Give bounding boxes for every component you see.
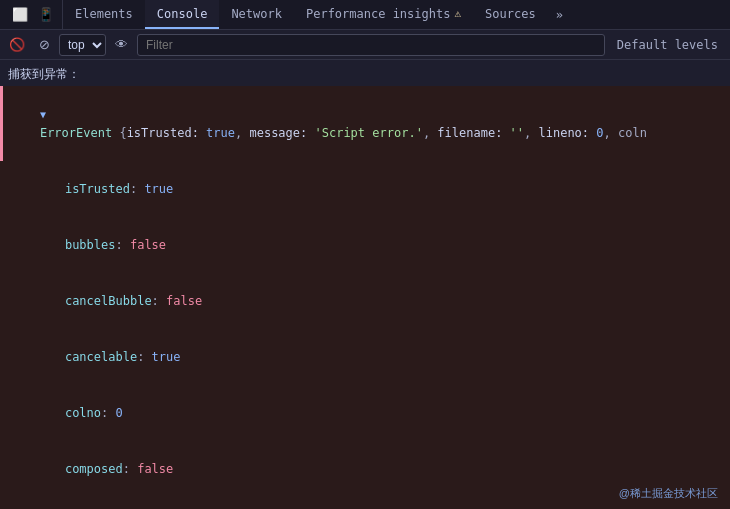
tab-sources[interactable]: Sources — [473, 0, 548, 29]
prop-isTrusted: isTrusted: true — [0, 161, 730, 217]
tab-console[interactable]: Console — [145, 0, 220, 29]
tab-icons: ⬜ 📱 — [4, 0, 63, 29]
more-tabs-button[interactable]: » — [548, 0, 571, 29]
device-icon[interactable]: 📱 — [36, 5, 56, 24]
stop-button[interactable]: ⊘ — [34, 34, 55, 55]
eye-button[interactable]: 👁 — [110, 34, 133, 55]
prop-cancelable: cancelable: true — [0, 329, 730, 385]
prop-bubbles: bubbles: false — [0, 217, 730, 273]
tab-elements[interactable]: Elements — [63, 0, 145, 29]
prop-colno: colno: 0 — [0, 385, 730, 441]
error-event-header[interactable]: ▼ ErrorEvent {isTrusted: true, message: … — [0, 86, 730, 161]
prop-cancelBubble: cancelBubble: false — [0, 273, 730, 329]
caught-exception-label: 捕获到异常： — [0, 62, 730, 86]
default-levels-label: Default levels — [609, 38, 726, 52]
inspect-icon[interactable]: ⬜ — [10, 5, 30, 24]
context-select[interactable]: top — [59, 34, 106, 56]
toolbar: 🚫 ⊘ top 👁 Default levels — [0, 30, 730, 60]
tab-network[interactable]: Network — [219, 0, 294, 29]
watermark: @稀土掘金技术社区 — [619, 486, 718, 501]
performance-warning-icon: ⚠ — [454, 7, 461, 20]
tab-bar: ⬜ 📱 Elements Console Network Performance… — [0, 0, 730, 30]
error-event-toggle[interactable]: ▼ — [40, 109, 46, 120]
filter-input[interactable] — [137, 34, 605, 56]
console-content: 捕获到异常： ▼ ErrorEvent {isTrusted: true, me… — [0, 60, 730, 509]
tab-performance[interactable]: Performance insights ⚠ — [294, 0, 473, 29]
clear-console-button[interactable]: 🚫 — [4, 34, 30, 55]
